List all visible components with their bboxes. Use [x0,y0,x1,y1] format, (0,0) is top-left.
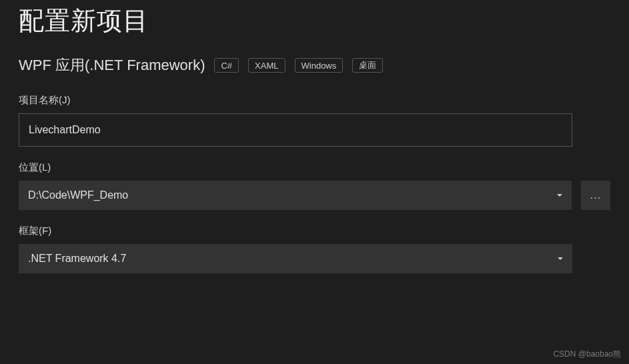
chevron-down-icon [557,194,562,197]
browse-button[interactable]: ... [581,181,610,210]
subtitle-row: WPF 应用(.NET Framework) C# XAML Windows 桌… [19,55,610,75]
framework-value: .NET Framework 4.7 [28,253,126,265]
location-group: 位置(L) D:\Code\WPF_Demo ... [19,161,610,210]
framework-group: 框架(F) .NET Framework 4.7 [19,225,610,273]
project-name-label: 项目名称(J) [19,94,610,107]
tag-csharp: C# [214,58,239,73]
framework-label: 框架(F) [19,225,610,237]
project-template-name: WPF 应用(.NET Framework) [19,55,205,75]
project-name-input[interactable] [19,113,572,147]
project-name-group: 项目名称(J) [19,94,610,147]
tag-desktop: 桌面 [352,58,383,73]
chevron-down-icon [558,257,563,260]
location-combo[interactable]: D:\Code\WPF_Demo [19,181,572,210]
tag-xaml: XAML [248,58,285,73]
tag-windows: Windows [295,58,344,73]
watermark: CSDN @baobao熊 [553,349,621,360]
page-title: 配置新项目 [19,0,610,55]
location-value: D:\Code\WPF_Demo [28,189,128,201]
framework-combo[interactable]: .NET Framework 4.7 [19,244,572,273]
location-label: 位置(L) [19,161,610,174]
